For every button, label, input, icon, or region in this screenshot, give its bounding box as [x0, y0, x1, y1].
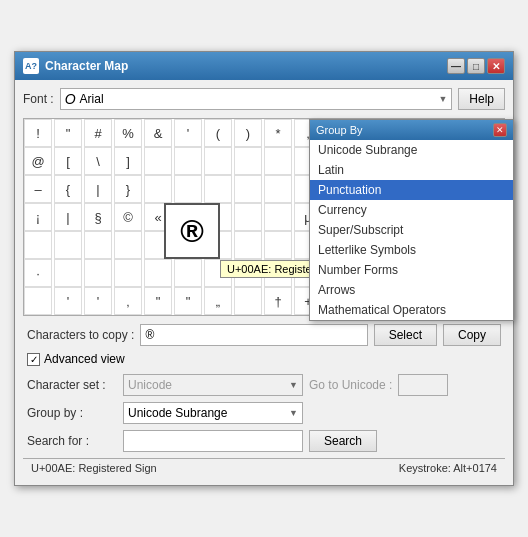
search-row: Search for : Search: [27, 430, 501, 452]
char-cell[interactable]: &: [144, 119, 172, 147]
char-cell[interactable]: *: [264, 119, 292, 147]
copy-button[interactable]: Copy: [443, 324, 501, 346]
go-unicode-input[interactable]: [398, 374, 448, 396]
dropdown-titlebar: Group By ✕: [310, 120, 513, 140]
close-button[interactable]: ✕: [487, 58, 505, 74]
dropdown-title: Group By: [316, 124, 362, 136]
char-cell[interactable]: [114, 231, 142, 259]
charset-select[interactable]: Unicode ▼: [123, 374, 303, 396]
char-cell[interactable]: [264, 231, 292, 259]
dropdown-list: Unicode Subrange Latin Punctuation Curre…: [310, 140, 513, 320]
copy-input[interactable]: [140, 324, 367, 346]
select-button[interactable]: Select: [374, 324, 437, 346]
font-name: Arial: [80, 92, 104, 106]
char-cell[interactable]: [264, 175, 292, 203]
char-cell[interactable]: [204, 147, 232, 175]
char-cell[interactable]: [: [54, 147, 82, 175]
char-cell[interactable]: }: [114, 175, 142, 203]
char-cell[interactable]: [264, 203, 292, 231]
groupby-row: Group by : Unicode Subrange ▼: [27, 402, 501, 424]
char-cell[interactable]: [264, 147, 292, 175]
character-map-window: A? Character Map — □ ✕ Font : O Arial ▼ …: [14, 51, 514, 486]
dropdown-item-latin[interactable]: Latin: [310, 160, 513, 180]
char-cell[interactable]: ©: [114, 203, 142, 231]
char-cell[interactable]: [204, 175, 232, 203]
char-cell[interactable]: ): [234, 119, 262, 147]
dropdown-item-arrows[interactable]: Arrows: [310, 280, 513, 300]
group-by-dropdown[interactable]: Group By ✕ Unicode Subrange Latin Punctu…: [309, 119, 514, 321]
char-cell[interactable]: [144, 175, 172, 203]
dropdown-item-letterlike[interactable]: Letterlike Symbols: [310, 240, 513, 260]
font-select[interactable]: O Arial ▼: [60, 88, 453, 110]
char-cell[interactable]: [54, 231, 82, 259]
minimize-button[interactable]: —: [447, 58, 465, 74]
char-cell[interactable]: [174, 147, 202, 175]
char-cell[interactable]: ¡: [24, 203, 52, 231]
char-cell[interactable]: [234, 147, 262, 175]
char-cell[interactable]: ': [174, 119, 202, 147]
search-button[interactable]: Search: [309, 430, 377, 452]
statusbar-left: U+00AE: Registered Sign: [31, 462, 157, 474]
copy-row: Characters to copy : Select Copy: [27, 324, 501, 346]
char-cell[interactable]: [234, 287, 262, 315]
font-dropdown-arrow: ▼: [438, 94, 447, 104]
char-cell[interactable]: ": [54, 119, 82, 147]
font-italic-icon: O: [65, 91, 76, 107]
char-cell[interactable]: |: [84, 175, 112, 203]
char-cell[interactable]: [174, 175, 202, 203]
char-cell[interactable]: !: [24, 119, 52, 147]
dropdown-item-math-operators[interactable]: Mathematical Operators: [310, 300, 513, 320]
font-row: Font : O Arial ▼ Help: [23, 88, 505, 110]
char-cell[interactable]: ‚: [114, 287, 142, 315]
char-cell[interactable]: [144, 147, 172, 175]
char-cell[interactable]: @: [24, 147, 52, 175]
char-cell[interactable]: ": [174, 287, 202, 315]
char-cell[interactable]: [114, 259, 142, 287]
main-content: Font : O Arial ▼ Help ! " # % & ' ( ): [15, 80, 513, 485]
char-cell[interactable]: (: [204, 119, 232, 147]
char-cell[interactable]: „: [204, 287, 232, 315]
char-cell[interactable]: |: [54, 203, 82, 231]
char-cell[interactable]: \: [84, 147, 112, 175]
bottom-section: Characters to copy : Select Copy ✓ Advan…: [23, 324, 505, 452]
dropdown-item-number-forms[interactable]: Number Forms: [310, 260, 513, 280]
dropdown-item-supersubscript[interactable]: Super/Subscript: [310, 220, 513, 240]
titlebar-left: A? Character Map: [23, 58, 128, 74]
char-cell[interactable]: [84, 231, 112, 259]
advanced-view-checkbox[interactable]: ✓: [27, 353, 40, 366]
char-cell[interactable]: ·: [24, 259, 52, 287]
maximize-button[interactable]: □: [467, 58, 485, 74]
char-cell[interactable]: [234, 203, 262, 231]
char-cell[interactable]: †: [264, 287, 292, 315]
groupby-dropdown-arrow: ▼: [289, 408, 298, 418]
char-cell[interactable]: [54, 259, 82, 287]
char-cell[interactable]: [84, 259, 112, 287]
dropdown-item-unicode-subrange[interactable]: Unicode Subrange: [310, 140, 513, 160]
charset-dropdown-arrow: ▼: [289, 380, 298, 390]
char-cell[interactable]: [174, 259, 202, 287]
char-cell[interactable]: {: [54, 175, 82, 203]
app-icon: A?: [23, 58, 39, 74]
char-cell[interactable]: [144, 259, 172, 287]
char-cell[interactable]: §: [84, 203, 112, 231]
dropdown-close-button[interactable]: ✕: [493, 123, 507, 137]
search-input[interactable]: [123, 430, 303, 452]
dropdown-item-punctuation[interactable]: Punctuation: [310, 180, 513, 200]
font-select-inner: O Arial: [65, 91, 104, 107]
char-cell[interactable]: ": [144, 287, 172, 315]
char-cell[interactable]: [24, 231, 52, 259]
help-button[interactable]: Help: [458, 88, 505, 110]
char-cell[interactable]: [24, 287, 52, 315]
char-cell[interactable]: [234, 175, 262, 203]
char-cell[interactable]: ]: [114, 147, 142, 175]
groupby-select[interactable]: Unicode Subrange ▼: [123, 402, 303, 424]
large-char-display[interactable]: ®: [164, 203, 220, 259]
statusbar-right: Keystroke: Alt+0174: [399, 462, 497, 474]
char-cell[interactable]: –: [24, 175, 52, 203]
char-cell[interactable]: #: [84, 119, 112, 147]
char-cell[interactable]: ': [84, 287, 112, 315]
char-cell[interactable]: [234, 231, 262, 259]
char-cell[interactable]: %: [114, 119, 142, 147]
char-cell[interactable]: ': [54, 287, 82, 315]
dropdown-item-currency[interactable]: Currency: [310, 200, 513, 220]
